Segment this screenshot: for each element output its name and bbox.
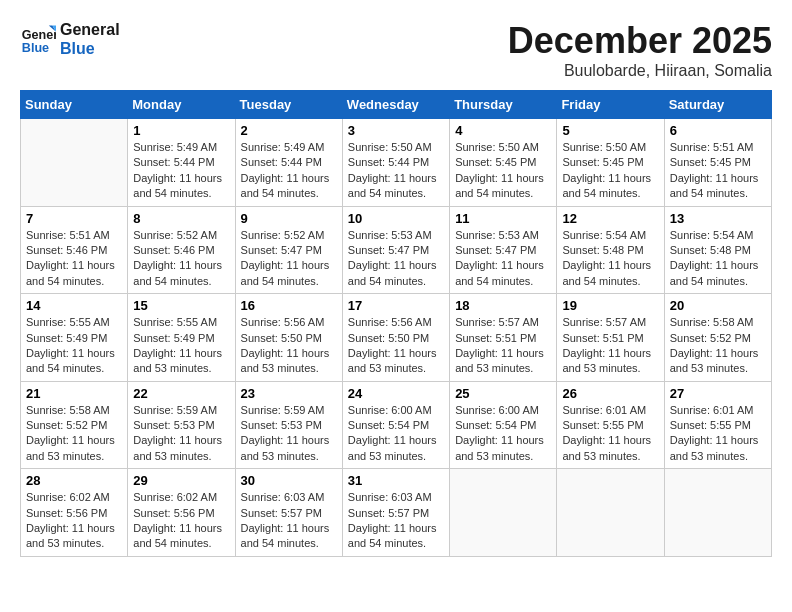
day-info: Sunrise: 5:57 AMSunset: 5:51 PMDaylight:…	[455, 315, 551, 377]
day-number: 11	[455, 211, 551, 226]
logo-text-general: General	[60, 20, 120, 39]
calendar-header-row: SundayMondayTuesdayWednesdayThursdayFrid…	[21, 91, 772, 119]
calendar-cell: 27 Sunrise: 6:01 AMSunset: 5:55 PMDaylig…	[664, 381, 771, 469]
day-number: 8	[133, 211, 229, 226]
logo-icon: General Blue	[20, 21, 56, 57]
day-number: 18	[455, 298, 551, 313]
weekday-header-wednesday: Wednesday	[342, 91, 449, 119]
day-info: Sunrise: 5:53 AMSunset: 5:47 PMDaylight:…	[455, 228, 551, 290]
calendar-week-1: 1 Sunrise: 5:49 AMSunset: 5:44 PMDayligh…	[21, 119, 772, 207]
calendar-cell: 31 Sunrise: 6:03 AMSunset: 5:57 PMDaylig…	[342, 469, 449, 557]
day-number: 31	[348, 473, 444, 488]
calendar-cell: 21 Sunrise: 5:58 AMSunset: 5:52 PMDaylig…	[21, 381, 128, 469]
day-info: Sunrise: 5:58 AMSunset: 5:52 PMDaylight:…	[670, 315, 766, 377]
svg-text:Blue: Blue	[22, 41, 49, 55]
day-number: 20	[670, 298, 766, 313]
calendar-cell: 22 Sunrise: 5:59 AMSunset: 5:53 PMDaylig…	[128, 381, 235, 469]
day-number: 2	[241, 123, 337, 138]
calendar-cell: 28 Sunrise: 6:02 AMSunset: 5:56 PMDaylig…	[21, 469, 128, 557]
day-info: Sunrise: 5:55 AMSunset: 5:49 PMDaylight:…	[26, 315, 122, 377]
weekday-header-saturday: Saturday	[664, 91, 771, 119]
calendar-cell: 30 Sunrise: 6:03 AMSunset: 5:57 PMDaylig…	[235, 469, 342, 557]
day-info: Sunrise: 6:01 AMSunset: 5:55 PMDaylight:…	[670, 403, 766, 465]
day-info: Sunrise: 5:55 AMSunset: 5:49 PMDaylight:…	[133, 315, 229, 377]
title-area: December 2025 Buulobarde, Hiiraan, Somal…	[508, 20, 772, 80]
day-number: 4	[455, 123, 551, 138]
calendar-cell: 26 Sunrise: 6:01 AMSunset: 5:55 PMDaylig…	[557, 381, 664, 469]
calendar-cell: 11 Sunrise: 5:53 AMSunset: 5:47 PMDaylig…	[450, 206, 557, 294]
calendar-week-4: 21 Sunrise: 5:58 AMSunset: 5:52 PMDaylig…	[21, 381, 772, 469]
calendar-cell: 10 Sunrise: 5:53 AMSunset: 5:47 PMDaylig…	[342, 206, 449, 294]
calendar-cell: 19 Sunrise: 5:57 AMSunset: 5:51 PMDaylig…	[557, 294, 664, 382]
day-info: Sunrise: 6:01 AMSunset: 5:55 PMDaylight:…	[562, 403, 658, 465]
day-info: Sunrise: 5:50 AMSunset: 5:45 PMDaylight:…	[562, 140, 658, 202]
calendar-week-2: 7 Sunrise: 5:51 AMSunset: 5:46 PMDayligh…	[21, 206, 772, 294]
location: Buulobarde, Hiiraan, Somalia	[508, 62, 772, 80]
weekday-header-monday: Monday	[128, 91, 235, 119]
calendar-cell: 2 Sunrise: 5:49 AMSunset: 5:44 PMDayligh…	[235, 119, 342, 207]
day-number: 10	[348, 211, 444, 226]
day-info: Sunrise: 5:50 AMSunset: 5:45 PMDaylight:…	[455, 140, 551, 202]
day-number: 6	[670, 123, 766, 138]
day-info: Sunrise: 5:52 AMSunset: 5:46 PMDaylight:…	[133, 228, 229, 290]
calendar-cell: 20 Sunrise: 5:58 AMSunset: 5:52 PMDaylig…	[664, 294, 771, 382]
day-number: 22	[133, 386, 229, 401]
day-info: Sunrise: 5:50 AMSunset: 5:44 PMDaylight:…	[348, 140, 444, 202]
calendar-cell: 17 Sunrise: 5:56 AMSunset: 5:50 PMDaylig…	[342, 294, 449, 382]
day-info: Sunrise: 6:02 AMSunset: 5:56 PMDaylight:…	[133, 490, 229, 552]
calendar-cell	[557, 469, 664, 557]
calendar-cell: 3 Sunrise: 5:50 AMSunset: 5:44 PMDayligh…	[342, 119, 449, 207]
day-info: Sunrise: 5:49 AMSunset: 5:44 PMDaylight:…	[241, 140, 337, 202]
calendar-cell: 16 Sunrise: 5:56 AMSunset: 5:50 PMDaylig…	[235, 294, 342, 382]
day-info: Sunrise: 5:52 AMSunset: 5:47 PMDaylight:…	[241, 228, 337, 290]
day-number: 27	[670, 386, 766, 401]
day-number: 16	[241, 298, 337, 313]
calendar-cell: 7 Sunrise: 5:51 AMSunset: 5:46 PMDayligh…	[21, 206, 128, 294]
day-number: 1	[133, 123, 229, 138]
calendar-cell: 6 Sunrise: 5:51 AMSunset: 5:45 PMDayligh…	[664, 119, 771, 207]
day-number: 14	[26, 298, 122, 313]
calendar-cell: 18 Sunrise: 5:57 AMSunset: 5:51 PMDaylig…	[450, 294, 557, 382]
calendar-cell: 8 Sunrise: 5:52 AMSunset: 5:46 PMDayligh…	[128, 206, 235, 294]
calendar-cell	[664, 469, 771, 557]
day-number: 29	[133, 473, 229, 488]
calendar-cell: 9 Sunrise: 5:52 AMSunset: 5:47 PMDayligh…	[235, 206, 342, 294]
calendar-cell: 23 Sunrise: 5:59 AMSunset: 5:53 PMDaylig…	[235, 381, 342, 469]
calendar-cell: 5 Sunrise: 5:50 AMSunset: 5:45 PMDayligh…	[557, 119, 664, 207]
day-info: Sunrise: 6:03 AMSunset: 5:57 PMDaylight:…	[348, 490, 444, 552]
day-number: 12	[562, 211, 658, 226]
day-number: 3	[348, 123, 444, 138]
logo-text-blue: Blue	[60, 39, 120, 58]
calendar-cell: 4 Sunrise: 5:50 AMSunset: 5:45 PMDayligh…	[450, 119, 557, 207]
weekday-header-friday: Friday	[557, 91, 664, 119]
calendar-cell: 24 Sunrise: 6:00 AMSunset: 5:54 PMDaylig…	[342, 381, 449, 469]
day-info: Sunrise: 6:00 AMSunset: 5:54 PMDaylight:…	[348, 403, 444, 465]
calendar-table: SundayMondayTuesdayWednesdayThursdayFrid…	[20, 90, 772, 557]
day-info: Sunrise: 5:56 AMSunset: 5:50 PMDaylight:…	[241, 315, 337, 377]
weekday-header-sunday: Sunday	[21, 91, 128, 119]
calendar-week-3: 14 Sunrise: 5:55 AMSunset: 5:49 PMDaylig…	[21, 294, 772, 382]
day-info: Sunrise: 5:56 AMSunset: 5:50 PMDaylight:…	[348, 315, 444, 377]
day-info: Sunrise: 5:58 AMSunset: 5:52 PMDaylight:…	[26, 403, 122, 465]
day-info: Sunrise: 6:02 AMSunset: 5:56 PMDaylight:…	[26, 490, 122, 552]
day-info: Sunrise: 6:00 AMSunset: 5:54 PMDaylight:…	[455, 403, 551, 465]
calendar-cell: 14 Sunrise: 5:55 AMSunset: 5:49 PMDaylig…	[21, 294, 128, 382]
day-info: Sunrise: 5:59 AMSunset: 5:53 PMDaylight:…	[241, 403, 337, 465]
day-number: 7	[26, 211, 122, 226]
calendar-cell: 15 Sunrise: 5:55 AMSunset: 5:49 PMDaylig…	[128, 294, 235, 382]
day-number: 17	[348, 298, 444, 313]
calendar-cell: 12 Sunrise: 5:54 AMSunset: 5:48 PMDaylig…	[557, 206, 664, 294]
day-number: 13	[670, 211, 766, 226]
day-info: Sunrise: 6:03 AMSunset: 5:57 PMDaylight:…	[241, 490, 337, 552]
calendar-cell	[21, 119, 128, 207]
calendar-cell: 25 Sunrise: 6:00 AMSunset: 5:54 PMDaylig…	[450, 381, 557, 469]
day-number: 23	[241, 386, 337, 401]
calendar-cell: 1 Sunrise: 5:49 AMSunset: 5:44 PMDayligh…	[128, 119, 235, 207]
day-info: Sunrise: 5:49 AMSunset: 5:44 PMDaylight:…	[133, 140, 229, 202]
day-number: 21	[26, 386, 122, 401]
day-number: 28	[26, 473, 122, 488]
day-number: 9	[241, 211, 337, 226]
calendar-cell	[450, 469, 557, 557]
calendar-cell: 13 Sunrise: 5:54 AMSunset: 5:48 PMDaylig…	[664, 206, 771, 294]
day-number: 26	[562, 386, 658, 401]
